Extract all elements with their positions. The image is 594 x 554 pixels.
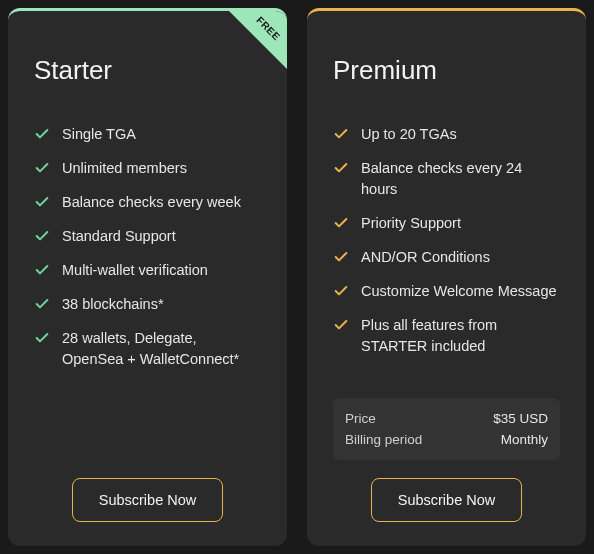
check-icon	[333, 126, 349, 142]
check-icon	[34, 160, 50, 176]
plan-title: Premium	[333, 55, 560, 86]
price-label: Price	[345, 411, 376, 426]
feature-list: Up to 20 TGAs Balance checks every 24 ho…	[333, 124, 560, 398]
price-row: Price $35 USD	[345, 408, 548, 429]
feature-item: 38 blockchains*	[34, 294, 261, 315]
feature-item: Single TGA	[34, 124, 261, 145]
feature-text: Plus all features from STARTER included	[361, 315, 560, 357]
feature-item: Balance checks every 24 hours	[333, 158, 560, 200]
feature-item: Plus all features from STARTER included	[333, 315, 560, 357]
feature-item: Up to 20 TGAs	[333, 124, 560, 145]
cta-row: Subscribe Now	[34, 478, 261, 522]
check-icon	[333, 249, 349, 265]
cta-row: Subscribe Now	[333, 478, 560, 522]
feature-text: Multi-wallet verification	[62, 260, 208, 281]
check-icon	[34, 296, 50, 312]
feature-text: 28 wallets, Delegate, OpenSea + WalletCo…	[62, 328, 261, 370]
feature-text: 38 blockchains*	[62, 294, 164, 315]
feature-text: Balance checks every week	[62, 192, 241, 213]
check-icon	[333, 215, 349, 231]
feature-text: Up to 20 TGAs	[361, 124, 457, 145]
price-box: Price $35 USD Billing period Monthly	[333, 398, 560, 460]
feature-item: Customize Welcome Message	[333, 281, 560, 302]
billing-row: Billing period Monthly	[345, 429, 548, 450]
check-icon	[34, 330, 50, 346]
plan-card-premium: Premium Up to 20 TGAs Balance checks eve…	[307, 8, 586, 546]
feature-text: Priority Support	[361, 213, 461, 234]
feature-text: Single TGA	[62, 124, 136, 145]
feature-text: Balance checks every 24 hours	[361, 158, 560, 200]
feature-text: Unlimited members	[62, 158, 187, 179]
check-icon	[34, 262, 50, 278]
check-icon	[34, 194, 50, 210]
check-icon	[34, 126, 50, 142]
feature-list: Single TGA Unlimited members Balance che…	[34, 124, 261, 478]
check-icon	[333, 317, 349, 333]
plan-card-starter: FREE Starter Single TGA Unlimited member…	[8, 8, 287, 546]
subscribe-button[interactable]: Subscribe Now	[371, 478, 523, 522]
feature-item: Priority Support	[333, 213, 560, 234]
subscribe-button[interactable]: Subscribe Now	[72, 478, 224, 522]
billing-value: Monthly	[501, 432, 548, 447]
feature-item: Unlimited members	[34, 158, 261, 179]
feature-item: Multi-wallet verification	[34, 260, 261, 281]
feature-item: Balance checks every week	[34, 192, 261, 213]
check-icon	[34, 228, 50, 244]
feature-item: 28 wallets, Delegate, OpenSea + WalletCo…	[34, 328, 261, 370]
feature-text: Standard Support	[62, 226, 176, 247]
feature-text: AND/OR Conditions	[361, 247, 490, 268]
feature-item: AND/OR Conditions	[333, 247, 560, 268]
billing-label: Billing period	[345, 432, 422, 447]
price-value: $35 USD	[493, 411, 548, 426]
check-icon	[333, 160, 349, 176]
feature-item: Standard Support	[34, 226, 261, 247]
feature-text: Customize Welcome Message	[361, 281, 557, 302]
check-icon	[333, 283, 349, 299]
plan-title: Starter	[34, 55, 261, 86]
